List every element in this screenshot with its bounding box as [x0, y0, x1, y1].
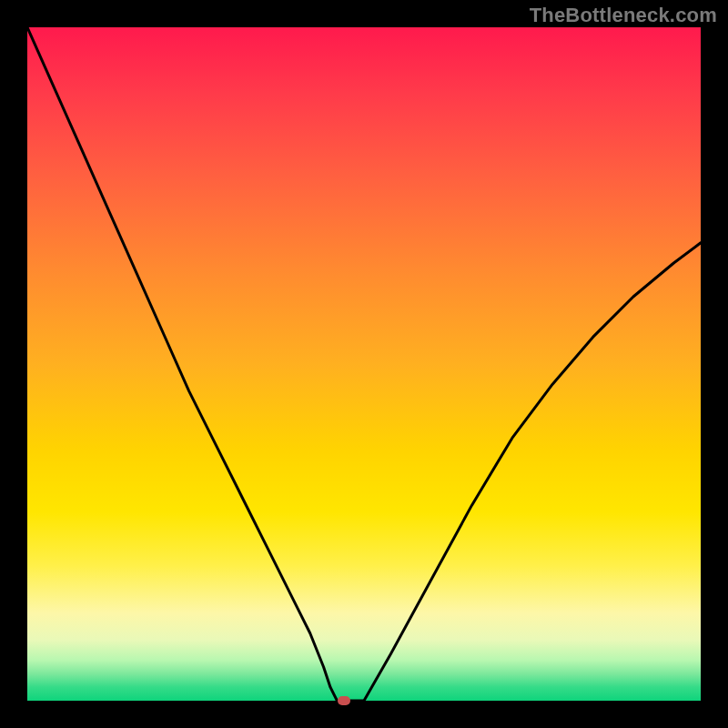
min-marker [338, 696, 350, 705]
curve-path [27, 27, 701, 701]
chart-frame: TheBottleneck.com [0, 0, 728, 728]
watermark-text: TheBottleneck.com [530, 4, 717, 27]
bottleneck-curve [27, 27, 701, 701]
plot-area [27, 27, 701, 701]
